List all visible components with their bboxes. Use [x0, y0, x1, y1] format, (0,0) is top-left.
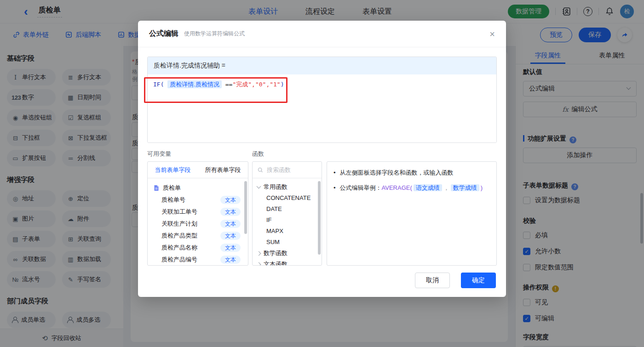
example-field-token: 数学成绩 [451, 184, 479, 191]
function-item-concatenate[interactable]: CONCATENATE [253, 193, 322, 204]
example-field-token: 语文成绩 [414, 184, 442, 191]
chevron-right-icon [257, 251, 261, 256]
panel-labels: 可用变量 函数 [147, 150, 497, 158]
tab-current-form-fields[interactable]: 当前表单字段 [148, 166, 198, 174]
type-badge: 文本 [220, 256, 241, 264]
chevron-down-icon [257, 184, 261, 188]
function-item-sum[interactable]: SUM [253, 237, 322, 248]
tips-panel: • 从左侧面板选择字段名和函数，或输入函数 • 公式编辑举例：AVERAGE(语… [327, 161, 497, 266]
formula-target-line: 质检详情.完成情况辅助 = [148, 57, 496, 74]
modal-footer: 取消 确定 [138, 264, 506, 297]
variable-row[interactable]: 质检单号文本 [148, 194, 248, 206]
cancel-button[interactable]: 取消 [415, 273, 450, 288]
formula-editor-box: 质检详情.完成情况辅助 = IF( 质检详情.质检情况 =="完成","0","… [147, 57, 497, 143]
functions-tree: 常用函数 CONCATENATE DATE IF MAPX SUM 数学函数 文… [253, 178, 322, 266]
functions-label: 函数 [252, 150, 264, 158]
modal-title: 公式编辑 [149, 29, 178, 39]
function-item-date[interactable]: DATE [253, 204, 322, 215]
formula-function: IF( [153, 81, 164, 88]
modal-panels: 当前表单字段 所有表单字段 质检单 质检单号文本 关联加工单号文本 关联生产计划… [147, 161, 497, 266]
variable-row[interactable]: 关联生产计划文本 [148, 218, 248, 230]
close-icon[interactable]: × [489, 29, 495, 39]
type-badge: 文本 [220, 220, 241, 228]
formula-editor-modal: 公式编辑 使用数学运算符编辑公式 × 质检详情.完成情况辅助 = IF( 质检详… [138, 21, 506, 297]
function-search [253, 162, 322, 178]
variables-tree: 质检单 质检单号文本 关联加工单号文本 关联生产计划文本 质检产品类型文本 质检… [148, 178, 248, 266]
modal-header: 公式编辑 使用数学运算符编辑公式 × [138, 21, 506, 47]
variable-row[interactable]: 质检产品名称文本 [148, 242, 248, 254]
type-badge: 文本 [220, 196, 241, 204]
variable-row[interactable]: 关联加工单号文本 [148, 206, 248, 218]
formula-field-token[interactable]: 质检详情.质检情况 [167, 80, 222, 88]
tab-all-form-fields[interactable]: 所有表单字段 [198, 166, 248, 174]
type-badge: 文本 [220, 208, 241, 216]
function-search-input[interactable] [267, 166, 313, 173]
formula-code-editor[interactable]: IF( 质检详情.质检情况 =="完成","0","1") [148, 74, 496, 142]
tip-line-1: • 从左侧面板选择字段名和函数，或输入函数 [334, 168, 490, 177]
modal-subtitle: 使用数学运算符编辑公式 [184, 30, 245, 38]
bullet: • [334, 168, 336, 177]
functions-panel: 常用函数 CONCATENATE DATE IF MAPX SUM 数学函数 文… [252, 161, 322, 266]
variables-label: 可用变量 [147, 150, 252, 158]
formula-string-args: "完成","0","1" [232, 81, 280, 88]
app-root: ‹ 质检单 表单设计 流程设定 表单设置 数据管理 ? 检 表单外链 [0, 0, 644, 347]
group-common-functions[interactable]: 常用函数 [253, 182, 322, 193]
scrollbar-thumb[interactable] [318, 181, 321, 255]
tree-root-form[interactable]: 质检单 [148, 182, 248, 194]
confirm-button[interactable]: 确定 [461, 273, 496, 288]
formula-close-paren: ) [281, 81, 284, 88]
bullet: • [334, 183, 336, 193]
type-badge: 文本 [220, 232, 241, 240]
document-icon [153, 185, 160, 191]
function-item-mapx[interactable]: MAPX [253, 226, 322, 237]
variable-row[interactable]: 质检产品类型文本 [148, 230, 248, 242]
formula-operator: == [225, 81, 233, 88]
variables-tabs: 当前表单字段 所有表单字段 [148, 162, 248, 178]
function-item-if[interactable]: IF [253, 215, 322, 226]
search-icon [257, 167, 264, 173]
scrollbar-thumb[interactable] [244, 181, 247, 234]
variables-panel: 当前表单字段 所有表单字段 质检单 质检单号文本 关联加工单号文本 关联生产计划… [147, 161, 248, 266]
type-badge: 文本 [220, 244, 241, 252]
tip-line-2: • 公式编辑举例：AVERAGE(语文成绩，数学成绩) [334, 183, 490, 193]
example-function: AVERAGE( [382, 184, 412, 191]
group-math-functions[interactable]: 数学函数 [253, 248, 322, 259]
